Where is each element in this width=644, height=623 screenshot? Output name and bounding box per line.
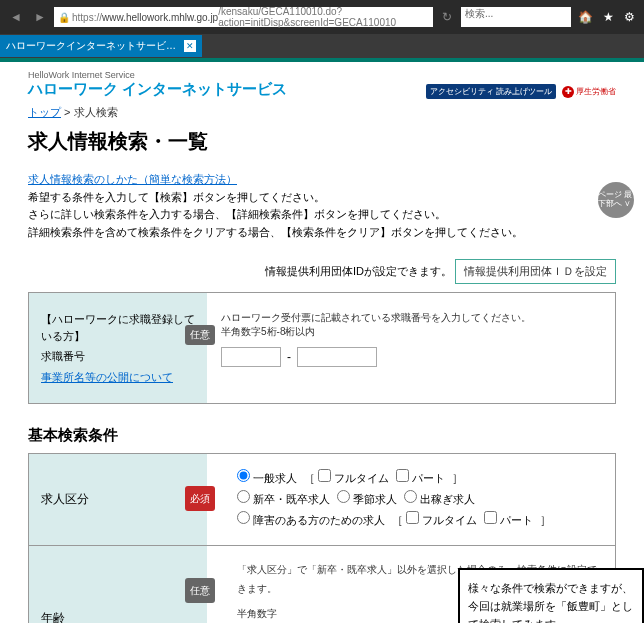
ministry-badge: ✚ 厚生労働省 <box>562 86 616 98</box>
radio-general[interactable]: 一般求人 <box>237 472 297 484</box>
check-part2[interactable]: パート <box>484 514 533 526</box>
row-label-kubun: 求人区分 <box>29 454 207 545</box>
url-scheme: https:// <box>72 12 102 23</box>
notice-text: 情報提供利用団体IDが設定できます。 <box>265 265 452 277</box>
breadcrumb: トップ > 求人検索 <box>28 105 616 120</box>
jobseeker-num-2[interactable] <box>297 347 377 367</box>
brand-subtitle: HelloWork Internet Service <box>28 70 287 80</box>
page-title: 求人情報検索・一覧 <box>28 128 616 155</box>
basic-conditions-heading: 基本検索条件 <box>28 426 616 445</box>
browser-tab[interactable]: ハローワークインターネットサービ… ✕ <box>0 35 202 57</box>
check-fulltime[interactable]: フルタイム <box>318 472 389 484</box>
browser-toolbar: ◄ ► 🔒 https:// www.hellowork.mhlw.go.jp … <box>0 0 644 34</box>
url-host: www.hellowork.mhlw.go.jp <box>102 12 218 23</box>
check-fulltime2[interactable]: フルタイム <box>406 514 477 526</box>
annotation-callout: 様々な条件で検索ができますが、今回は就業場所を「飯豊町」として検索してみます。 <box>458 568 644 623</box>
brand-title: ハローワーク インターネットサービス <box>28 80 287 99</box>
settings-icon[interactable]: ⚙ <box>621 10 638 24</box>
check-part[interactable]: パート <box>396 472 445 484</box>
required-pill: 必須 <box>185 486 215 511</box>
refresh-button[interactable]: ↻ <box>437 7 457 27</box>
home-icon[interactable]: 🏠 <box>575 10 596 24</box>
breadcrumb-top[interactable]: トップ <box>28 106 61 118</box>
panel-help2: 半角数字5桁-8桁以内 <box>221 325 601 339</box>
url-bar[interactable]: 🔒 https:// www.hellowork.mhlw.go.jp /ken… <box>54 7 433 27</box>
accessibility-badge[interactable]: アクセシビリティ 読み上げツール <box>426 84 556 99</box>
favorite-icon[interactable]: ★ <box>600 10 617 24</box>
close-icon[interactable]: ✕ <box>184 40 196 52</box>
howto-link[interactable]: 求人情報検索のしかた（簡単な検索方法） <box>28 173 237 185</box>
radio-disability[interactable]: 障害のある方のための求人 <box>237 514 385 526</box>
tab-title: ハローワークインターネットサービ… <box>6 39 176 53</box>
radio-dekasegi[interactable]: 出稼ぎ求人 <box>404 493 475 505</box>
optional-pill: 任意 <box>185 325 215 345</box>
browser-search[interactable]: 検索... <box>461 7 571 27</box>
lock-icon: 🔒 <box>58 12 70 23</box>
brand: HelloWork Internet Service ハローワーク インターネッ… <box>28 70 287 99</box>
disclosure-link[interactable]: 事業所名等の公開について <box>41 369 173 386</box>
breadcrumb-here: 求人検索 <box>74 106 118 118</box>
panel-help1: ハローワーク受付票に記載されている求職番号を入力してください。 <box>221 311 601 325</box>
ministry-icon: ✚ <box>562 86 574 98</box>
url-path: /kensaku/GECA110010.do?action=initDisp&s… <box>218 6 429 28</box>
set-org-id-button[interactable]: 情報提供利用団体ＩＤを設定 <box>455 259 616 284</box>
panel-label: 求職番号 <box>41 348 195 365</box>
back-button[interactable]: ◄ <box>6 7 26 27</box>
registered-panel: 【ハローワークに求職登録している方】 求職番号 事業所名等の公開について 任意 … <box>28 292 616 404</box>
instructions: 求人情報検索のしかた（簡単な検索方法） 希望する条件を入力して【検索】ボタンを押… <box>28 171 616 241</box>
radio-season[interactable]: 季節求人 <box>337 493 397 505</box>
optional-pill-age: 任意 <box>185 578 215 603</box>
scroll-bottom-button[interactable]: ページ 最下部へ ∨ <box>598 182 634 218</box>
jobseeker-num-1[interactable] <box>221 347 281 367</box>
forward-button[interactable]: ► <box>30 7 50 27</box>
radio-newgrad[interactable]: 新卒・既卒求人 <box>237 493 330 505</box>
notice-row: 情報提供利用団体IDが設定できます。 情報提供利用団体ＩＤを設定 <box>28 259 616 284</box>
panel-title: 【ハローワークに求職登録している方】 <box>41 311 195 344</box>
tab-bar: ハローワークインターネットサービ… ✕ <box>0 34 644 58</box>
row-label-age: 年齢 <box>29 546 207 623</box>
